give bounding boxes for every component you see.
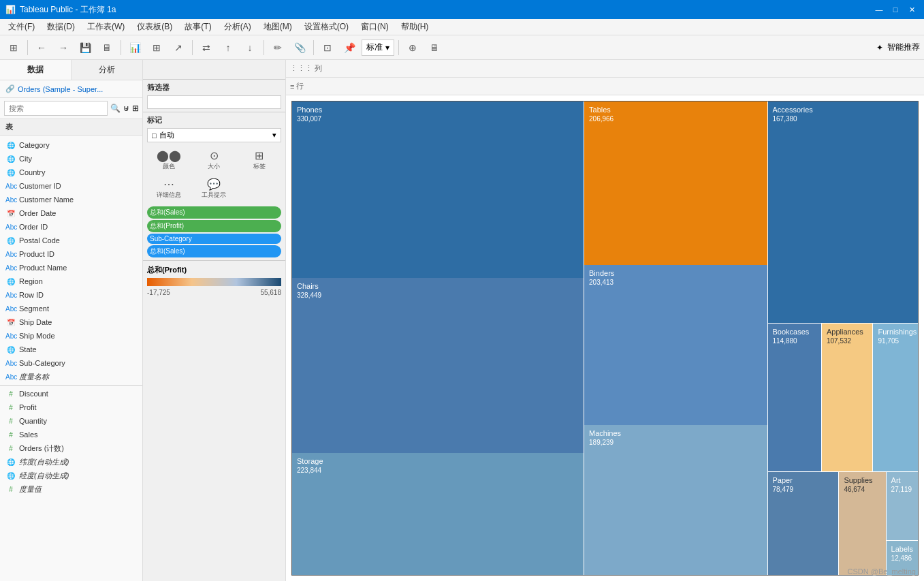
sort-desc-button[interactable]: ↓ — [240, 38, 259, 57]
label-icon[interactable]: ⊞标签 — [238, 146, 281, 174]
search-button[interactable]: 🔍 — [110, 101, 121, 116]
menu-item-d[interactable]: 数据(D) — [42, 20, 80, 34]
treemap-cell-chairs[interactable]: Chairs328,449 — [292, 278, 584, 453]
menu-item-a[interactable]: 分析(A) — [219, 20, 257, 34]
treemap-cell-art[interactable]: Art27,119 — [887, 472, 918, 541]
rows-icon: ≡ — [290, 82, 294, 91]
treemap-cell-accessories[interactable]: Accessories167,380 — [768, 101, 919, 323]
field-度量名称[interactable]: Abc度量名称 — [0, 370, 142, 383]
field-country[interactable]: 🌐Country — [0, 166, 142, 179]
marks-field-profit[interactable]: 总和(Profit) — [147, 220, 281, 232]
field-profit[interactable]: #Profit — [0, 401, 142, 414]
swap-button[interactable]: ⇄ — [197, 38, 216, 57]
treemap-cell-furnishings[interactable]: Furnishings91,705 — [873, 324, 918, 471]
marks-field-sales[interactable]: 总和(Sales) — [147, 206, 281, 219]
filters-drop-zone[interactable] — [147, 95, 281, 109]
grid-button[interactable]: ⊞ — [132, 101, 139, 116]
menu-item-n[interactable]: 窗口(N) — [355, 20, 394, 34]
close-button[interactable]: ✕ — [905, 3, 919, 16]
treemap-cell-machines[interactable]: Machines189,239 — [584, 425, 767, 575]
treemap-cell-appliances[interactable]: Appliances107,532 — [822, 324, 874, 471]
menu-item-h[interactable]: 帮助(H) — [396, 20, 434, 34]
minimize-button[interactable]: — — [872, 3, 886, 16]
field-product-name[interactable]: AbcProduct Name — [0, 261, 142, 274]
panel-tab-分析[interactable]: 分析 — [71, 60, 142, 80]
annotate-button[interactable]: ✏ — [268, 38, 287, 57]
chart-button[interactable]: 📊 — [125, 38, 144, 57]
monitor-button[interactable]: 🖥 — [425, 38, 444, 57]
tooltip-icon[interactable]: 💬工具提示 — [192, 175, 236, 202]
fix-button[interactable]: ⊕ — [403, 38, 422, 57]
field-category[interactable]: 🌐Category — [0, 138, 142, 152]
forward-button[interactable]: → — [54, 38, 73, 57]
menu-item-m[interactable]: 地图(M) — [258, 20, 298, 34]
treemap-cell-paper[interactable]: Paper78,479 — [768, 472, 840, 575]
save-button[interactable]: 💾 — [76, 38, 95, 57]
field-customer-name[interactable]: AbcCustomer Name — [0, 193, 142, 206]
abc-icon: Abc — [5, 373, 16, 381]
panel-tab-数据[interactable]: 数据 — [0, 60, 71, 80]
smart-recommend[interactable]: ✦ 智能推荐 — [876, 42, 920, 53]
pin-button[interactable]: 📌 — [340, 38, 359, 57]
toolbar-sep-4 — [264, 40, 264, 55]
menu-item-o[interactable]: 设置格式(O) — [299, 20, 354, 34]
field-city[interactable]: 🌐City — [0, 152, 142, 166]
color-icon[interactable]: ⬤⬤颜色 — [147, 146, 191, 174]
treemap-cell-phones[interactable]: Phones330,007 — [292, 101, 584, 278]
detail-icon[interactable]: ⋯详细信息 — [147, 175, 191, 202]
field-sales[interactable]: #Sales — [0, 428, 142, 441]
data-source[interactable]: 🔗 Orders (Sample - Super... — [0, 80, 142, 98]
field-sub-category[interactable]: AbcSub-Category — [0, 356, 142, 370]
treemap-cell-supplies[interactable]: Supplies46,674 — [839, 472, 886, 575]
marks-type-dropdown[interactable]: □ 自动 ▾ — [147, 128, 281, 142]
size-icon[interactable]: ⊙大小 — [192, 146, 236, 174]
menu-item-w[interactable]: 工作表(W) — [82, 20, 130, 34]
treemap-cell-binders[interactable]: Binders203,413 — [584, 265, 767, 425]
field-ship-mode[interactable]: AbcShip Mode — [0, 329, 142, 343]
search-input[interactable] — [4, 101, 108, 116]
menu-item-t[interactable]: 故事(T) — [179, 20, 217, 34]
treemap-cell-bookcases[interactable]: Bookcases114,880 — [768, 324, 822, 471]
publish-button[interactable]: 🖥 — [97, 38, 116, 57]
maximize-button[interactable]: □ — [889, 3, 902, 16]
field-product-id[interactable]: AbcProduct ID — [0, 247, 142, 261]
marks-field-subcategory[interactable]: Sub-Category — [147, 234, 281, 244]
field-row-id[interactable]: AbcRow ID — [0, 288, 142, 302]
filter-button[interactable]: ⊎ — [123, 101, 129, 116]
toolbar: ⊞ ← → 💾 🖥 📊 ⊞ ↗ ⇄ ↑ ↓ ✏ 📎 ⊡ 📌 标准 ▾ ⊕ 🖥 ✦… — [0, 35, 924, 60]
field-region[interactable]: 🌐Region — [0, 274, 142, 288]
table-button[interactable]: ⊞ — [147, 38, 166, 57]
home-button[interactable]: ⊞ — [4, 38, 23, 57]
field-postal-code[interactable]: 🌐Postal Code — [0, 234, 142, 247]
treemap-cell-storage[interactable]: Storage223,844 — [292, 453, 584, 575]
fit-button[interactable]: ⊡ — [318, 38, 337, 57]
field-orders-(计数)[interactable]: #Orders (计数) — [0, 441, 142, 455]
sort-asc-button[interactable]: ↑ — [219, 38, 238, 57]
field-ship-date[interactable]: 📅Ship Date — [0, 315, 142, 329]
field-discount[interactable]: #Discount — [0, 387, 142, 401]
treemap: Phones330,007Chairs328,449Storage223,844… — [292, 101, 918, 575]
field-经度(自动生成)[interactable]: 🌐经度(自动生成) — [0, 469, 142, 482]
title-bar: 📊 Tableau Public - 工作簿 1a — □ ✕ — [0, 0, 924, 19]
field-quantity[interactable]: #Quantity — [0, 414, 142, 428]
fit-dropdown[interactable]: 标准 ▾ — [362, 40, 394, 56]
field-state[interactable]: 🌐State — [0, 343, 142, 356]
marks-type-checkbox-icon: □ — [152, 131, 157, 140]
field-order-id[interactable]: AbcOrder ID — [0, 220, 142, 234]
treemap-cell-tables[interactable]: Tables206,966 — [584, 101, 767, 265]
attach-button[interactable]: 📎 — [290, 38, 309, 57]
field-segment[interactable]: AbcSegment — [0, 302, 142, 315]
field-customer-id[interactable]: AbcCustomer ID — [0, 179, 142, 193]
marks-field-sales[interactable]: 总和(Sales) — [147, 245, 281, 257]
field-纬度(自动生成)[interactable]: 🌐纬度(自动生成) — [0, 455, 142, 469]
marks-fields: 总和(Sales)总和(Profit)Sub-Category总和(Sales) — [147, 206, 281, 257]
pages-drop-zone[interactable] — [147, 63, 281, 76]
left-panel: 数据分析 🔗 Orders (Sample - Super... 🔍 ⊎ ⊞ 表… — [0, 60, 143, 581]
export-button[interactable]: ↗ — [169, 38, 188, 57]
field-order-date[interactable]: 📅Order Date — [0, 206, 142, 220]
menu-item-b[interactable]: 仪表板(B) — [131, 20, 178, 34]
field-度量值[interactable]: #度量值 — [0, 482, 142, 496]
back-button[interactable]: ← — [32, 38, 51, 57]
data-source-icon: 🔗 — [5, 84, 15, 93]
menu-item-f[interactable]: 文件(F) — [3, 20, 40, 34]
